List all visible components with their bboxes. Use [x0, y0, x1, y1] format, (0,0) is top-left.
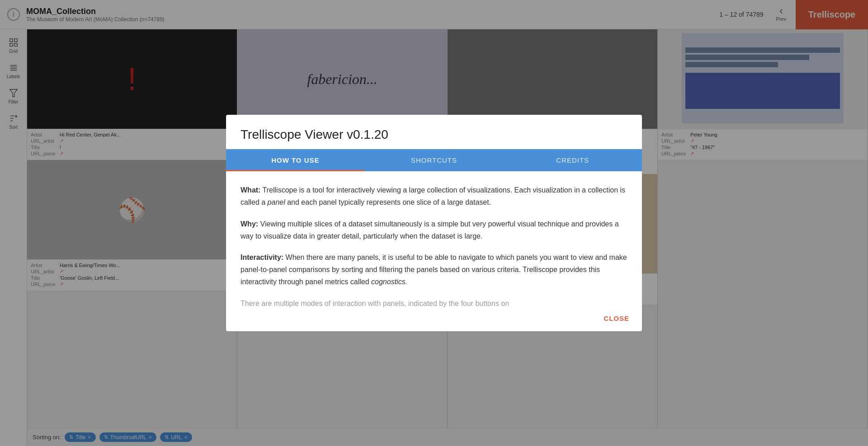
tab-shortcuts[interactable]: SHORTCUTS: [365, 149, 504, 171]
what-text: Trelliscope is a tool for interactively …: [241, 186, 625, 206]
modal-tabs: HOW TO USE SHORTCUTS CREDITS: [226, 149, 642, 171]
why-text: Viewing multiple slices of a dataset sim…: [241, 220, 619, 240]
modal-overlay[interactable]: Trelliscope Viewer v0.1.20 HOW TO USE SH…: [0, 0, 868, 446]
modal-header: Trelliscope Viewer v0.1.20: [226, 115, 642, 149]
interactivity-label: Interactivity:: [241, 254, 283, 261]
modal-close-button[interactable]: CLOSE: [604, 315, 629, 322]
tab-credits[interactable]: CREDITS: [503, 149, 642, 171]
more-paragraph: There are multiple modes of interaction …: [241, 297, 627, 310]
tab-how-to-use[interactable]: HOW TO USE: [226, 149, 365, 171]
interactivity-paragraph: Interactivity: When there are many panel…: [241, 251, 627, 288]
modal-body: What: Trelliscope is a tool for interact…: [226, 171, 642, 331]
what-label: What:: [241, 186, 260, 194]
why-paragraph: Why: Viewing multiple slices of a datase…: [241, 218, 627, 242]
what-paragraph: What: Trelliscope is a tool for interact…: [241, 184, 627, 208]
modal-title: Trelliscope Viewer v0.1.20: [241, 127, 627, 142]
interactivity-text: When there are many panels, it is useful…: [241, 254, 627, 286]
why-label: Why:: [241, 220, 258, 228]
modal-dialog: Trelliscope Viewer v0.1.20 HOW TO USE SH…: [226, 115, 642, 331]
